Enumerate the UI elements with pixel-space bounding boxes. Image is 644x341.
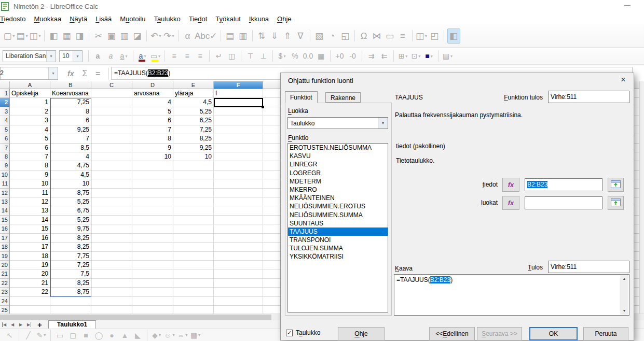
cell-C24[interactable] xyxy=(91,297,132,306)
function-item-yksikk-matriisi[interactable]: YKSIKKÖMATRIISI xyxy=(288,252,388,261)
function-item-linregr[interactable]: LINREGR xyxy=(288,160,388,168)
function-item-kasvu[interactable]: KASVU xyxy=(288,152,388,160)
cell-C7[interactable] xyxy=(91,144,132,152)
cell-F14[interactable] xyxy=(214,206,263,215)
cell-B3[interactable]: 8 xyxy=(50,107,91,116)
hyperlink-icon[interactable]: ⋈ xyxy=(371,29,383,43)
cell-E1[interactable]: yläraja xyxy=(173,89,214,98)
cell-D8[interactable]: 10 xyxy=(132,152,173,161)
insert-row-icon[interactable]: ▤ xyxy=(224,29,236,43)
cell-E14[interactable] xyxy=(173,206,214,215)
row-header-12[interactable]: 12 xyxy=(0,189,10,197)
rounded-rectangle-icon[interactable]: ▢ xyxy=(67,330,79,340)
dialog-tab-rakenne[interactable]: Rakenne xyxy=(325,92,361,103)
cell-C4[interactable] xyxy=(91,116,132,125)
new-document-icon[interactable]: ▢▾ xyxy=(3,29,15,43)
function-item-mkerro[interactable]: MKERRO xyxy=(288,186,388,194)
highlight-color-icon[interactable]: ▭▾ xyxy=(149,49,161,63)
delete-decimal-icon[interactable]: -0 xyxy=(347,49,359,63)
chevron-down-icon[interactable]: ▾ xyxy=(73,51,82,62)
row-header-3[interactable]: 3 xyxy=(0,107,10,116)
merge-cells-icon[interactable]: ◫ xyxy=(226,49,238,63)
find-replace-icon[interactable]: α xyxy=(182,29,194,43)
cell-E8[interactable]: 10 xyxy=(173,152,214,161)
row-header-15[interactable]: 15 xyxy=(0,216,10,224)
next-button[interactable]: Seuraava >> xyxy=(477,327,522,340)
chevron-down-icon[interactable]: ▾ xyxy=(450,54,453,59)
back-button[interactable]: << Edellinen xyxy=(429,327,475,340)
cell-D6[interactable]: 8 xyxy=(132,134,173,143)
font-name-combo[interactable]: Liberation Sans ▾ xyxy=(3,50,56,62)
freeze-rows-columns-icon[interactable]: ◫▾ xyxy=(416,29,428,43)
row-header-7[interactable]: 7 xyxy=(0,144,10,152)
underline-icon[interactable]: a▾ xyxy=(118,49,130,63)
scroll-down-icon[interactable]: ▼ xyxy=(620,307,628,315)
cell-F22[interactable] xyxy=(214,279,263,288)
cell-C6[interactable] xyxy=(91,134,132,143)
select-icon[interactable]: ↖ xyxy=(4,330,16,340)
cell-F1[interactable]: f xyxy=(214,89,263,98)
row-header-22[interactable]: 22 xyxy=(0,279,10,288)
menu-ohje[interactable]: Ohje xyxy=(273,14,295,24)
sidebar-icon[interactable]: ◧ xyxy=(447,29,460,44)
function-item-erotusten-neli-summa[interactable]: EROTUSTEN.NELIÖSUMMA xyxy=(288,144,388,152)
row-header-16[interactable]: 16 xyxy=(0,224,10,233)
column-header-d[interactable]: D xyxy=(132,81,173,89)
cell-D5[interactable]: 7 xyxy=(132,125,173,134)
cell-A20[interactable]: 19 xyxy=(10,261,50,269)
cell-C8[interactable] xyxy=(91,152,132,161)
function-item-neli-summien-erotus[interactable]: NELIÖSUMMIEN.EROTUS xyxy=(288,202,388,210)
cell-B5[interactable]: 9,25 xyxy=(50,125,91,134)
cell-C10[interactable] xyxy=(91,170,132,179)
decrease-indent-icon[interactable]: ⇇ xyxy=(378,49,390,63)
sort-ascending-icon[interactable]: ⇑ xyxy=(282,29,294,43)
cell-C19[interactable] xyxy=(91,252,132,261)
cell-A1[interactable]: Opiskelija xyxy=(10,89,50,98)
cell-D17[interactable] xyxy=(132,234,173,243)
cell-C14[interactable] xyxy=(91,206,132,215)
function-item-mk-nteinen[interactable]: MKÄÄNTEINEN xyxy=(288,194,388,202)
font-size-combo[interactable]: 10 ▾ xyxy=(59,50,83,62)
menu-muokkaa[interactable]: Muokkaa xyxy=(30,14,65,24)
chevron-down-icon[interactable]: ▾ xyxy=(198,333,200,337)
cell-C2[interactable] xyxy=(91,98,132,107)
function-item-transponoi[interactable]: TRANSPONOI xyxy=(288,236,388,244)
name-box[interactable]: F2 ▾ xyxy=(0,67,58,80)
column-header-e[interactable]: E xyxy=(173,81,214,89)
cell-D1[interactable]: arvosana xyxy=(132,89,173,98)
cell-A4[interactable]: 3 xyxy=(10,116,50,125)
cell-F2[interactable] xyxy=(214,98,263,107)
chevron-down-icon[interactable]: ▾ xyxy=(185,333,187,337)
cell-B20[interactable]: 7,25 xyxy=(50,261,91,269)
select-all-corner[interactable] xyxy=(0,81,10,89)
cell-A3[interactable]: 2 xyxy=(10,107,50,116)
cell-B17[interactable]: 8,25 xyxy=(50,234,91,243)
cell-B13[interactable]: 5,25 xyxy=(50,197,91,206)
chevron-down-icon[interactable]: ▾ xyxy=(172,34,174,38)
basic-shapes-icon[interactable]: ◆▾ xyxy=(150,330,162,340)
chevron-down-icon[interactable]: ▾ xyxy=(425,34,427,38)
cell-C9[interactable] xyxy=(91,161,132,170)
chevron-down-icon[interactable]: ▾ xyxy=(39,34,41,38)
cell-B4[interactable]: 6 xyxy=(50,116,91,125)
cell-A16[interactable]: 15 xyxy=(10,224,50,233)
cell-D10[interactable] xyxy=(132,170,173,179)
borders-icon[interactable]: ⊞▾ xyxy=(397,49,409,63)
cell-D16[interactable] xyxy=(132,224,173,233)
cell-B8[interactable]: 4 xyxy=(50,152,91,161)
cell-F11[interactable] xyxy=(214,179,263,188)
currency-format-icon[interactable]: $▾ xyxy=(276,49,288,63)
line-icon[interactable]: ╱ xyxy=(22,330,34,340)
cut-icon[interactable]: ✂ xyxy=(92,29,104,43)
cell-C21[interactable] xyxy=(91,269,132,278)
cell-C15[interactable] xyxy=(91,216,132,224)
cell-D14[interactable] xyxy=(132,206,173,215)
cell-B7[interactable]: 8,5 xyxy=(50,144,91,152)
cell-C16[interactable] xyxy=(91,224,132,233)
cell-F9[interactable] xyxy=(214,161,263,170)
sheet-tab-taulukko1[interactable]: Taulukko1 xyxy=(48,320,96,329)
row-header-1[interactable]: 1 xyxy=(0,89,10,98)
cell-E4[interactable]: 6,25 xyxy=(173,116,214,125)
column-header-c[interactable]: C xyxy=(91,81,132,89)
flowchart-icon[interactable]: ▦▾ xyxy=(189,330,201,340)
